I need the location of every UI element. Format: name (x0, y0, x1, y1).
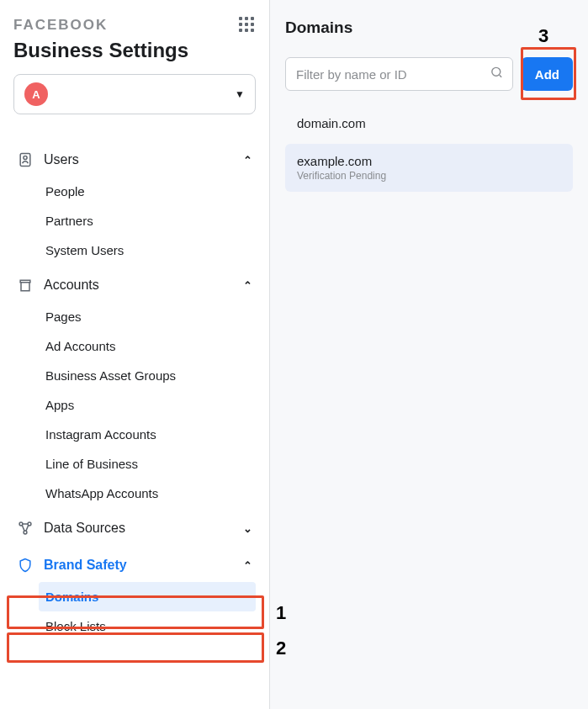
nav-item-instagram-accounts[interactable]: Instagram Accounts (39, 420, 256, 449)
main-panel: Domains Add domain.com example.com Verif… (270, 0, 588, 709)
domain-list: domain.com example.com Verification Pend… (285, 106, 573, 192)
nav-section-brand-safety: Brand Safety ⌃ Domains Block Lists (13, 548, 256, 641)
nav-label-brand-safety: Brand Safety (44, 558, 127, 573)
domain-item[interactable]: domain.com (285, 106, 573, 140)
svg-point-3 (28, 522, 31, 526)
domain-status: Verification Pending (297, 170, 561, 182)
main-title: Domains (285, 19, 573, 37)
nav-label-users: Users (44, 152, 79, 167)
account-selector[interactable]: A ▼ (13, 74, 256, 114)
nav-label-data-sources: Data Sources (44, 521, 125, 536)
nav-item-line-of-business[interactable]: Line of Business (39, 449, 256, 479)
nav-item-people[interactable]: People (39, 177, 256, 206)
nav-item-apps[interactable]: Apps (39, 390, 256, 420)
filter-input[interactable] (296, 67, 484, 82)
facebook-brand-label: FACEBOOK (13, 17, 108, 34)
svg-point-4 (24, 531, 27, 534)
nav-header-brand-safety[interactable]: Brand Safety ⌃ (13, 548, 256, 582)
add-button[interactable]: Add (522, 57, 573, 91)
nav-item-domains[interactable]: Domains (39, 582, 256, 611)
nav-item-block-lists[interactable]: Block Lists (39, 611, 256, 641)
accounts-icon (17, 277, 34, 294)
nav-label-accounts: Accounts (44, 278, 99, 293)
account-avatar: A (24, 82, 48, 106)
domain-item[interactable]: example.com Verification Pending (285, 144, 573, 192)
data-sources-icon (17, 520, 34, 537)
nav-header-users[interactable]: Users ⌃ (13, 143, 256, 177)
nav-item-whatsapp-accounts[interactable]: WhatsApp Accounts (39, 479, 256, 508)
search-icon (490, 66, 504, 83)
nav-header-data-sources[interactable]: Data Sources ⌄ (13, 511, 256, 545)
chevron-down-icon: ⌄ (243, 522, 252, 535)
svg-point-2 (19, 522, 23, 526)
domain-name: domain.com (297, 116, 561, 130)
nav-section-users: Users ⌃ People Partners System Users (13, 143, 256, 265)
apps-grid-icon[interactable] (239, 17, 256, 34)
nav-item-ad-accounts[interactable]: Ad Accounts (39, 331, 256, 361)
nav-section-accounts: Accounts ⌃ Pages Ad Accounts Business As… (13, 268, 256, 508)
shield-icon (17, 557, 34, 574)
users-icon (17, 151, 34, 168)
nav-item-business-asset-groups[interactable]: Business Asset Groups (39, 361, 256, 390)
svg-point-5 (492, 67, 501, 76)
nav-item-partners[interactable]: Partners (39, 206, 256, 235)
caret-down-icon: ▼ (235, 88, 245, 100)
chevron-up-icon: ⌃ (243, 559, 252, 572)
domain-name: example.com (297, 154, 561, 168)
nav-item-system-users[interactable]: System Users (39, 235, 256, 265)
chevron-up-icon: ⌃ (243, 279, 252, 292)
page-title: Business Settings (13, 39, 256, 62)
chevron-up-icon: ⌃ (243, 154, 252, 167)
svg-point-1 (24, 156, 27, 159)
nav-section-data-sources: Data Sources ⌄ (13, 511, 256, 545)
sidebar: FACEBOOK Business Settings A ▼ Users ⌃ P… (0, 0, 270, 709)
search-field-wrapper[interactable] (285, 57, 513, 91)
nav-header-accounts[interactable]: Accounts ⌃ (13, 268, 256, 302)
nav-item-pages[interactable]: Pages (39, 302, 256, 331)
